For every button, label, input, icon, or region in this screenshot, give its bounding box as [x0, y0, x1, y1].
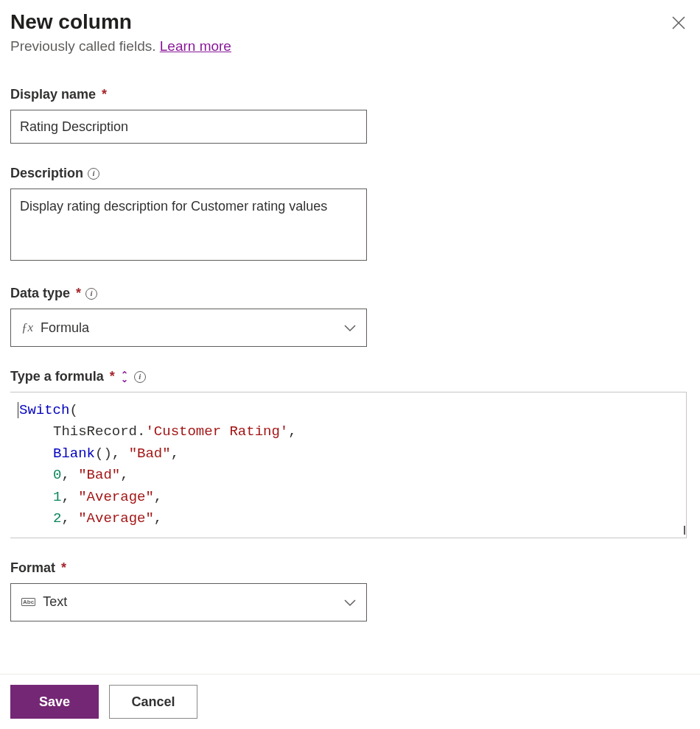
formula-token: ,	[154, 510, 162, 526]
display-name-input[interactable]	[10, 110, 367, 144]
formula-editor[interactable]: Switch(ThisRecord.'Customer Rating',Blan…	[10, 392, 687, 538]
info-icon[interactable]: i	[134, 371, 146, 383]
label-text: Type a formula	[10, 369, 104, 384]
formula-token: ,	[120, 467, 128, 483]
panel-title: New column	[10, 10, 132, 34]
formula-token: Switch	[19, 402, 69, 418]
formula-label: Type a formula * ⌃⌄ i	[10, 369, 690, 384]
required-asterisk: *	[110, 369, 115, 384]
required-asterisk: *	[76, 286, 81, 301]
chevron-down-icon	[344, 596, 356, 608]
formula-token: ThisRecord.	[53, 423, 145, 440]
display-name-label: Display name *	[10, 87, 690, 102]
panel-subtitle: Previously called fields. Learn more	[10, 38, 690, 54]
format-label: Format *	[10, 560, 690, 576]
formula-token: ,	[154, 489, 162, 505]
formula-token: "Bad"	[78, 467, 120, 483]
select-value: Text	[43, 594, 344, 610]
format-select[interactable]: Abc Text	[10, 583, 367, 621]
formula-token: 0	[53, 467, 61, 483]
subtitle-text: Previously called fields.	[10, 38, 155, 54]
label-text: Format	[10, 560, 55, 576]
formula-token: ,	[288, 423, 296, 440]
formula-token: ,	[171, 446, 179, 462]
chevron-down-icon	[344, 322, 356, 334]
formula-token: "Bad"	[129, 446, 171, 462]
cancel-button[interactable]: Cancel	[109, 685, 197, 719]
formula-token: ,	[61, 510, 78, 526]
learn-more-link[interactable]: Learn more	[160, 38, 231, 54]
label-text: Display name	[10, 87, 96, 102]
expand-icon[interactable]: ⌃⌄	[121, 373, 128, 381]
cursor	[18, 402, 18, 418]
formula-token: Blank	[53, 446, 95, 462]
info-icon[interactable]: i	[88, 168, 99, 180]
close-icon[interactable]	[668, 10, 690, 37]
formula-token: (	[69, 402, 77, 418]
fx-icon: ƒx	[21, 320, 33, 335]
formula-token: ,	[61, 489, 78, 505]
required-asterisk: *	[102, 87, 107, 102]
formula-token: 'Customer Rating'	[145, 423, 288, 440]
description-label: Description i	[10, 166, 690, 181]
formula-token: (),	[95, 446, 129, 462]
info-icon[interactable]: i	[85, 288, 97, 300]
data-type-label: Data type * i	[10, 286, 690, 301]
data-type-select[interactable]: ƒx Formula	[10, 309, 367, 347]
select-value: Formula	[41, 320, 344, 336]
footer: Save Cancel	[0, 674, 700, 729]
label-text: Data type	[10, 286, 70, 301]
abc-icon: Abc	[21, 598, 35, 607]
formula-token: ,	[61, 467, 78, 483]
description-input[interactable]	[10, 189, 367, 261]
formula-token: "Average"	[78, 510, 154, 526]
save-button[interactable]: Save	[10, 685, 99, 719]
formula-token: 1	[53, 489, 61, 505]
label-text: Description	[10, 166, 83, 181]
formula-token: 2	[53, 510, 61, 526]
formula-token: "Average"	[78, 489, 154, 505]
required-asterisk: *	[61, 560, 66, 576]
